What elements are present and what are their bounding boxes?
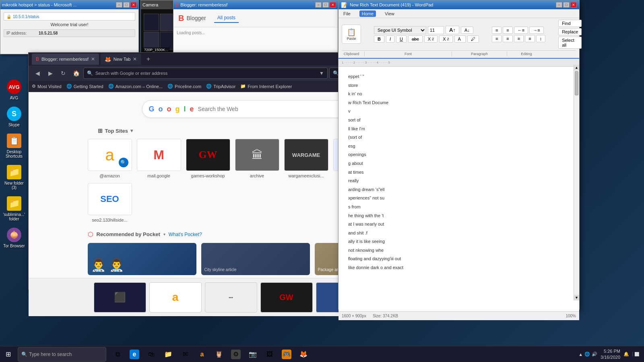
justify-button[interactable]: ≡ xyxy=(525,35,535,42)
wordpad-scrollbar-thumb[interactable] xyxy=(575,71,578,95)
mikrotik-minimize-button[interactable]: − xyxy=(116,2,122,8)
numbering-button[interactable]: ≡ xyxy=(503,27,512,34)
file-menu-item[interactable]: File xyxy=(341,10,353,17)
address-bar[interactable]: 🔍 Search with Google or enter address ▼ xyxy=(83,68,328,79)
wordpad-scroll-down-button[interactable]: ▼ xyxy=(574,295,579,300)
bookmark-tripadvisor[interactable]: 🌐 TripAdvisor xyxy=(206,84,235,89)
select-all-button[interactable]: Select all xyxy=(558,37,582,49)
wordpad-scroll-up-button[interactable]: ▲ xyxy=(574,65,579,70)
taskbar-store[interactable]: 🛍 xyxy=(143,346,159,362)
start-button[interactable]: ⊞ xyxy=(0,346,16,362)
tray-volume-icon[interactable]: 🔊 xyxy=(592,352,597,357)
strikethrough-button[interactable]: abc xyxy=(408,35,423,43)
blogger-minimize-button[interactable]: − xyxy=(315,2,322,8)
taskbar-unknown2[interactable]: 🎮 xyxy=(279,346,295,362)
site-amazon[interactable]: a 🔍 @amazon xyxy=(88,139,132,178)
taskbar-camera[interactable]: 📷 xyxy=(245,346,261,362)
bottom-thumb-4[interactable]: GW xyxy=(260,282,313,313)
paste-button[interactable]: 📋 Paste xyxy=(342,25,361,44)
site-gmail[interactable]: M mail.google xyxy=(137,139,181,178)
home-menu-item[interactable]: Home xyxy=(359,10,376,17)
highlight-button[interactable]: 🖊 xyxy=(467,35,479,43)
wordpad-close-button[interactable]: ✕ xyxy=(570,2,577,8)
taskbar-clock[interactable]: 5:26 PM 3/16/2020 xyxy=(601,348,620,360)
blogger-tab-close-button[interactable]: ✕ xyxy=(91,56,95,62)
pocket-article-1[interactable]: 👨‍⚕️ 👨‍⚕️ xyxy=(88,243,196,275)
find-button[interactable]: Find xyxy=(558,20,582,27)
google-search-input[interactable] xyxy=(198,106,359,112)
taskbar-photos[interactable]: 🖼 xyxy=(262,346,278,362)
top-sites-dropdown-icon[interactable]: ▾ xyxy=(130,128,133,134)
show-desktop-button[interactable]: ⬜ xyxy=(632,352,639,356)
mikrotik-close-button[interactable]: ✕ xyxy=(130,2,137,8)
back-button[interactable]: ◀ xyxy=(32,68,43,79)
firefox-blogger-tab[interactable]: B Blogger: rememberlessf ✕ xyxy=(32,53,99,65)
add-new-tab-button[interactable]: + xyxy=(142,53,154,65)
indent-less-button[interactable]: ←≡ xyxy=(514,27,528,34)
decrease-font-button[interactable]: A↓ xyxy=(461,27,473,34)
taskbar-firefox[interactable]: 🦊 xyxy=(295,346,312,362)
bookmark-most-visited[interactable]: ⚙ Most Visited xyxy=(32,84,62,89)
bullets-button[interactable]: ≡ xyxy=(492,27,502,34)
taskbar-mail[interactable]: ✉ xyxy=(177,346,193,362)
blogger-maximize-button[interactable]: □ xyxy=(322,2,329,8)
notification-button[interactable]: 🔔 xyxy=(623,352,629,357)
bookmark-amazon[interactable]: 🌐 Amazon.com – Online... xyxy=(108,84,163,89)
pocket-dropdown-icon[interactable]: ▾ xyxy=(163,232,165,237)
underline-button[interactable]: U xyxy=(396,35,407,43)
desktop-icon-new-folder[interactable]: 📁 New folder (3) xyxy=(0,162,28,193)
mikrotik-maximize-button[interactable]: □ xyxy=(123,2,130,8)
taskbar-task-view[interactable]: ⧉ xyxy=(109,346,126,362)
bookmark-getting-started[interactable]: 🌐 Getting Started xyxy=(66,84,103,89)
superscript-button[interactable]: X2 xyxy=(439,35,452,43)
font-size-input[interactable] xyxy=(428,26,444,34)
subscript-button[interactable]: X2 xyxy=(424,35,438,43)
site-gw[interactable]: GW games-workshop xyxy=(186,139,230,178)
wordpad-text-area[interactable]: eppet ' " store k in' no w Rich Text Doc… xyxy=(339,67,579,311)
wordpad-scrollbar[interactable]: ▲ ▼ xyxy=(574,65,579,300)
desktop-icon-skype[interactable]: S Skype xyxy=(0,103,28,130)
align-left-button[interactable]: ≡ xyxy=(492,35,502,42)
taskbar-edge[interactable]: e xyxy=(126,346,142,362)
desktop-icon-sublimina[interactable]: 📁 'sublimina...' folder xyxy=(0,193,28,224)
view-menu-item[interactable]: View xyxy=(382,10,397,17)
reload-button[interactable]: ↻ xyxy=(58,68,69,79)
blogger-all-posts-tab[interactable]: All posts xyxy=(214,13,239,23)
new-tab-close-button[interactable]: ✕ xyxy=(133,56,137,62)
increase-font-button[interactable]: A↑ xyxy=(446,26,459,34)
site-seo[interactable]: SEO seo2.133hillside... xyxy=(88,183,132,222)
font-name-dropdown[interactable]: Segoe UI Symbol xyxy=(374,26,426,34)
taskbar-amazon[interactable]: a xyxy=(194,346,210,362)
bottom-thumb-3[interactable]: ▪▪▪ xyxy=(205,282,257,313)
desktop-icon-avg[interactable]: AVG AVG xyxy=(0,76,28,103)
tray-overflow-icon[interactable]: ▲ xyxy=(578,352,583,357)
bookmark-from-ie[interactable]: 📁 From Internet Explorer xyxy=(240,84,292,89)
desktop-icon-tor[interactable]: 🧅 Tor Browser xyxy=(0,224,28,251)
whats-pocket-link[interactable]: What's Pocket? xyxy=(169,232,202,237)
align-right-button[interactable]: ≡ xyxy=(514,35,524,42)
align-center-button[interactable]: ≡ xyxy=(503,35,512,42)
line-spacing-button[interactable]: ↕ xyxy=(536,35,546,42)
indent-more-button[interactable]: →≡ xyxy=(529,27,543,34)
desktop-icon-shortcuts[interactable]: 📋 Desktop Shortcuts xyxy=(0,130,28,162)
site-archive[interactable]: 🏛 archive xyxy=(235,139,279,178)
italic-button[interactable]: I xyxy=(386,35,394,43)
pocket-article-2[interactable]: City skyline article xyxy=(201,243,310,275)
bookmark-priceline[interactable]: 🌐 Priceline.com xyxy=(167,84,201,89)
taskbar-unknown1[interactable]: ⚙ xyxy=(228,346,244,362)
replace-button[interactable]: Replace xyxy=(558,28,582,35)
text-color-button[interactable]: A xyxy=(454,35,466,43)
taskbar-search-bar[interactable]: 🔍 Type here to search xyxy=(18,347,106,362)
wordpad-maximize-button[interactable]: □ xyxy=(563,2,570,8)
forward-button[interactable]: ▶ xyxy=(45,68,56,79)
taskbar-tripadvisor[interactable]: 🦉 xyxy=(211,346,227,362)
home-button[interactable]: 🏠 xyxy=(70,68,82,79)
bottom-thumb-2[interactable]: a xyxy=(149,282,202,313)
address-dropdown-icon[interactable]: ▼ xyxy=(319,70,324,76)
blogger-close-button[interactable]: ✕ xyxy=(330,2,336,8)
bold-button[interactable]: B xyxy=(374,35,384,43)
wordpad-minimize-button[interactable]: − xyxy=(556,2,562,8)
site-wargame[interactable]: WARGAME wargameexclusi... xyxy=(284,139,328,178)
taskbar-explorer[interactable]: 📁 xyxy=(160,346,176,362)
tray-network-icon[interactable]: 🌐 xyxy=(584,352,590,357)
